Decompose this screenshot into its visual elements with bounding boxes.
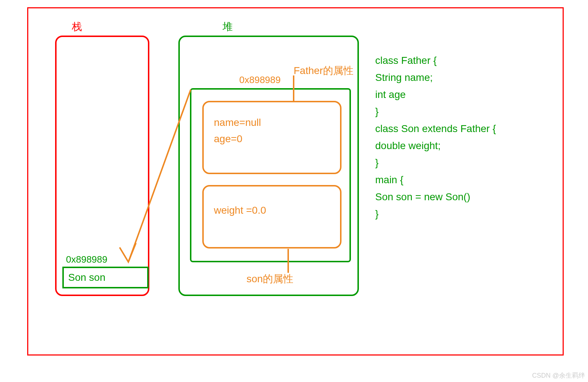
- son-props-label: son的属性: [247, 272, 293, 286]
- code-line: double weight;: [375, 137, 496, 154]
- stack-variable-box: Son son: [62, 267, 149, 288]
- watermark: CSDN @余生羁绊: [532, 371, 585, 380]
- stack-variable: Son son: [68, 272, 105, 283]
- heap-address: 0x898989: [239, 74, 281, 86]
- code-line: }: [375, 205, 496, 222]
- code-block: class Father { String name; int age } cl…: [375, 52, 496, 222]
- code-line: String name;: [375, 69, 496, 86]
- code-line: int age: [375, 86, 496, 103]
- stack-address: 0x898989: [66, 254, 107, 265]
- son-properties-box: weight =0.0: [202, 185, 341, 248]
- son-weight-prop: weight =0.0: [214, 205, 330, 216]
- code-line: }: [375, 154, 496, 171]
- code-line: class Son extends Father {: [375, 120, 496, 137]
- code-line: }: [375, 103, 496, 120]
- heap-label: 堆: [223, 20, 233, 34]
- father-name-prop: name=null: [214, 115, 330, 131]
- code-line: Son son = new Son(): [375, 188, 496, 205]
- father-properties-box: name=null age=0: [202, 101, 341, 174]
- code-line: class Father {: [375, 52, 496, 69]
- father-age-prop: age=0: [214, 131, 330, 147]
- father-props-label: Father的属性: [294, 64, 353, 78]
- code-line: main {: [375, 171, 496, 188]
- stack-label: 栈: [72, 20, 82, 34]
